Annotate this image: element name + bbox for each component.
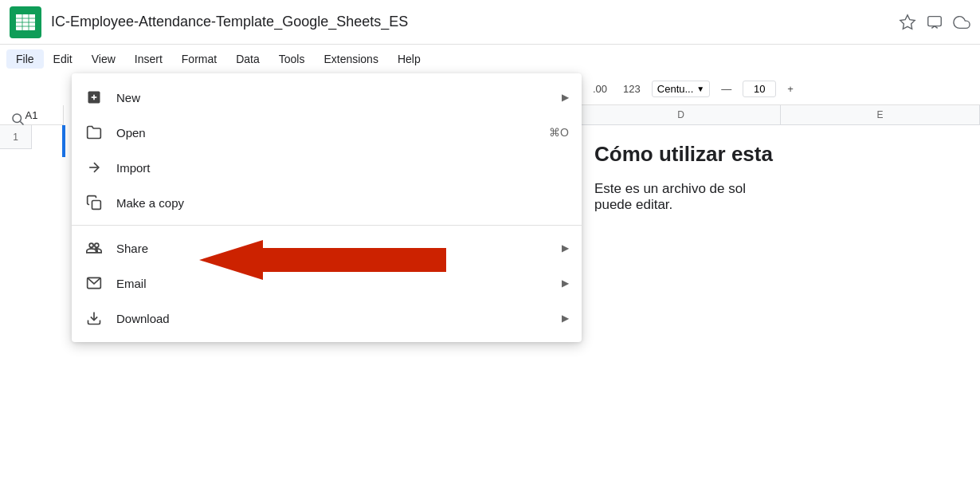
menu-tools[interactable]: Tools [269, 49, 315, 69]
top-bar: IC-Employee-Attendance-Template_Google_S… [0, 0, 980, 45]
download-arrow-icon: ▶ [562, 313, 569, 324]
menu-divider-1 [72, 225, 582, 226]
file-dropdown-menu: New ▶ Open ⌘O Import Make a copy [72, 73, 582, 342]
svg-rect-16 [92, 201, 101, 210]
menu-data[interactable]: Data [226, 49, 269, 69]
format-number-btn[interactable]: .00 [588, 81, 612, 96]
svg-rect-2 [16, 14, 35, 18]
menu-edit[interactable]: Edit [44, 49, 82, 69]
menu-format[interactable]: Format [172, 49, 226, 69]
new-icon [84, 88, 104, 107]
open-label: Open [116, 126, 536, 140]
new-arrow-icon: ▶ [562, 92, 569, 103]
menu-view[interactable]: View [82, 49, 125, 69]
svg-line-11 [20, 121, 23, 124]
document-title: IC-Employee-Attendance-Template_Google_S… [51, 14, 889, 30]
menu-insert[interactable]: Insert [125, 49, 172, 69]
menu-bar: File Edit View Insert Format Data Tools … [0, 45, 980, 73]
import-icon [84, 158, 104, 177]
format-123-btn[interactable]: 123 [618, 81, 645, 96]
menu-item-share[interactable]: Share ▶ [72, 230, 582, 266]
share-icon [84, 238, 104, 258]
sheets-logo-icon [10, 6, 41, 38]
menu-help[interactable]: Help [388, 49, 430, 69]
search-icon [10, 112, 25, 126]
presentation-icon[interactable] [926, 14, 943, 31]
font-size-decrease-btn[interactable]: — [716, 81, 736, 96]
import-label: Import [116, 161, 569, 175]
sheet-area: D E Cómo utilizar esta Este es un archiv… [582, 105, 980, 488]
email-icon [84, 274, 104, 293]
svg-point-10 [13, 114, 22, 123]
make-a-copy-label: Make a copy [116, 196, 569, 210]
star-icon[interactable] [899, 14, 916, 31]
menu-item-download[interactable]: Download ▶ [72, 301, 582, 336]
sheet-body-line2: puede editar. [594, 197, 967, 213]
row-num-label: 1 [13, 132, 18, 143]
svg-rect-9 [928, 16, 942, 26]
open-icon [84, 123, 104, 142]
sheet-title: Cómo utilizar esta [594, 141, 967, 168]
menu-item-make-a-copy[interactable]: Make a copy [72, 185, 582, 220]
menu-item-email[interactable]: Email ▶ [72, 266, 582, 301]
open-shortcut: ⌘O [549, 126, 569, 139]
share-arrow-icon: ▶ [562, 242, 569, 254]
copy-icon [84, 193, 104, 212]
share-label: Share [116, 242, 555, 255]
selected-row-indicator [62, 125, 65, 157]
font-size-increase-btn[interactable]: + [782, 81, 798, 96]
toolbar: .00 123 Centu... ▼ — 10 + [582, 73, 980, 105]
column-headers: D E [582, 105, 980, 125]
email-label: Email [116, 277, 555, 290]
col-header-e: E [781, 105, 980, 124]
chevron-down-icon: ▼ [696, 85, 704, 93]
font-name-label: Centu... [657, 83, 694, 95]
menu-item-import[interactable]: Import [72, 150, 582, 185]
sheet-body-line1: Este es un archivo de sol [594, 181, 967, 197]
sheet-content: Cómo utilizar esta Este es un archivo de… [582, 125, 980, 229]
row-number-1: 1 [0, 125, 32, 149]
font-size-box[interactable]: 10 [743, 81, 776, 97]
menu-item-new[interactable]: New ▶ [72, 80, 582, 115]
svg-marker-8 [900, 14, 915, 28]
col-header-d: D [582, 105, 781, 124]
new-label: New [116, 91, 555, 104]
menu-extensions[interactable]: Extensions [314, 49, 387, 69]
menu-item-open[interactable]: Open ⌘O [72, 115, 582, 150]
email-arrow-icon: ▶ [562, 277, 569, 289]
cloud-icon[interactable] [953, 14, 970, 31]
download-label: Download [116, 312, 555, 325]
download-icon [84, 309, 104, 328]
menu-file[interactable]: File [6, 49, 44, 69]
font-family-dropdown[interactable]: Centu... ▼ [652, 81, 710, 97]
